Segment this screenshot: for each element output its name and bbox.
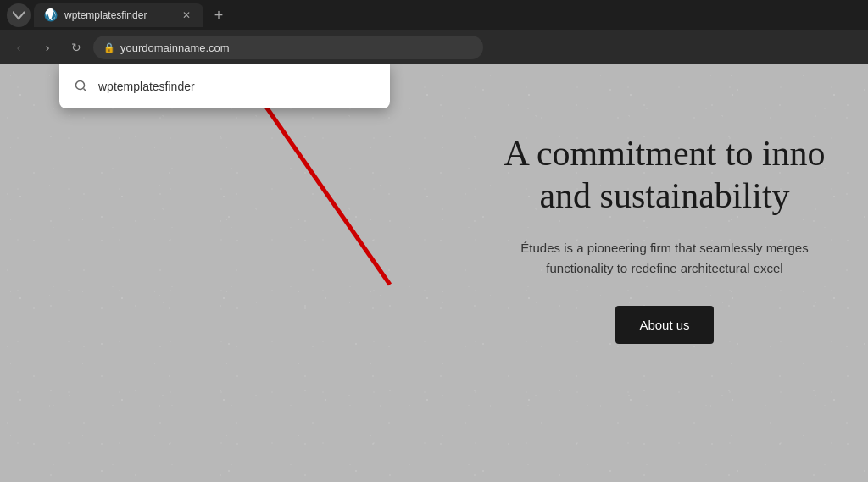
new-tab-button[interactable]: + [207, 3, 231, 27]
tab-title: wptemplatesfinder [64, 9, 173, 21]
refresh-icon: ↻ [71, 41, 81, 54]
address-bar[interactable]: 🔒 yourdomainname.com [93, 36, 483, 59]
browser-window: wptemplatesfinder ✕ + ‹ › ↻ 🔒 yourdomain… [0, 0, 868, 482]
svg-line-4 [254, 90, 390, 285]
headline-line1: A commitment to inno [504, 134, 825, 173]
tab-bar: wptemplatesfinder ✕ + [0, 0, 868, 30]
url-text: yourdomainname.com [120, 42, 473, 54]
forward-icon: › [46, 41, 50, 54]
address-bar-row: ‹ › ↻ 🔒 yourdomainname.com [0, 30, 868, 64]
subtext-line2: functionality to redefine architectural … [546, 261, 782, 275]
headline-line2: and sustainability [539, 176, 789, 215]
browser-chrome: wptemplatesfinder ✕ + ‹ › ↻ 🔒 yourdomain… [0, 0, 868, 64]
search-icon [73, 78, 90, 95]
website-text-area: A commitment to inno and sustainability … [461, 115, 868, 361]
svg-line-2 [84, 89, 87, 92]
autocomplete-text: wptemplatesfinder [98, 80, 195, 93]
back-button[interactable]: ‹ [7, 36, 31, 59]
svg-point-1 [76, 81, 85, 90]
browser-tab[interactable]: wptemplatesfinder ✕ [34, 3, 203, 27]
about-us-button[interactable]: About us [615, 306, 713, 344]
wordpress-favicon [44, 8, 58, 22]
back-icon: ‹ [17, 41, 21, 54]
subtext-line1: Études is a pioneering firm that seamles… [520, 241, 808, 255]
website-content: wptemplatesfinder A commitment to inno a… [0, 64, 868, 482]
tab-dropdown-button[interactable] [7, 3, 31, 27]
chevron-down-icon [13, 9, 25, 21]
forward-button[interactable]: › [36, 36, 59, 59]
sub-text: Études is a pioneering firm that seamles… [495, 238, 834, 279]
autocomplete-dropdown: wptemplatesfinder [59, 64, 390, 108]
autocomplete-item[interactable]: wptemplatesfinder [59, 71, 390, 102]
tab-close-button[interactable]: ✕ [180, 8, 193, 22]
refresh-button[interactable]: ↻ [64, 36, 88, 59]
main-headline: A commitment to inno and sustainability [495, 132, 834, 218]
lock-icon: 🔒 [103, 42, 115, 53]
